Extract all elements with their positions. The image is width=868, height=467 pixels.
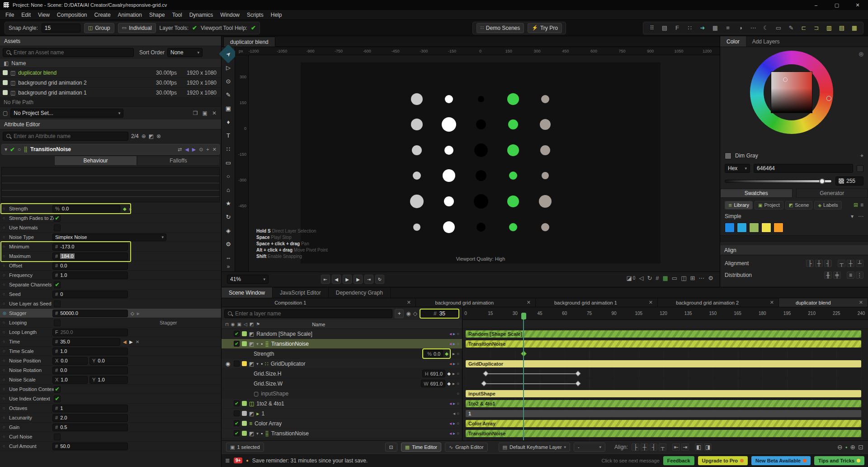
play-button[interactable]: ▶ [343, 275, 352, 284]
menu-view[interactable]: View [34, 12, 53, 18]
attr-row-noise-type[interactable]: ○Noise TypeSimplex Noise▾ [0, 233, 221, 242]
source-project[interactable]: ▣Project [755, 201, 783, 210]
close-tab-icon[interactable]: ✕ [770, 300, 774, 305]
zoom-level-dropdown[interactable]: 41%▾ [227, 275, 269, 284]
menu-file[interactable]: File [2, 12, 18, 18]
keyframe-indicator-icon[interactable]: ○ [3, 320, 9, 325]
pen-tool[interactable]: ♦ [222, 115, 235, 129]
solo-icon[interactable]: ▣ [237, 322, 241, 327]
emitter-tool[interactable]: ◈ [222, 224, 235, 237]
value-box[interactable]: H691.0 [422, 370, 445, 377]
keyframe-indicator-icon[interactable]: ○ [3, 225, 9, 230]
checkbox-use-position-context[interactable]: ✔ [54, 386, 61, 393]
rows-icon[interactable]: ▤ [837, 24, 847, 33]
menu-dynamics[interactable]: Dynamics [186, 12, 217, 18]
export-arrow-icon[interactable]: ➜ [698, 24, 708, 33]
field-noise-scale-x[interactable]: X1.0 [52, 376, 88, 384]
auto-keyframe-icon[interactable]: ◉ [406, 310, 410, 317]
snap-angle-input[interactable]: 15 [42, 24, 80, 33]
attr-row-time-scale[interactable]: ○Time Scale#1.0 [0, 347, 221, 356]
field-noise-rotation[interactable]: #0.0 [52, 367, 128, 374]
attr-row-time[interactable]: ○Time#35.0◀▶✕ [0, 337, 221, 347]
keyframe-indicator-icon[interactable]: ○ [3, 434, 9, 439]
console-icon[interactable]: ≣ [225, 457, 230, 464]
tool-settings[interactable]: ⚙ [222, 237, 235, 251]
more-tools-button[interactable]: » [222, 263, 235, 270]
graph-editor-button[interactable]: ∿Graph Editor [445, 443, 488, 452]
keyframe-diamond[interactable] [483, 371, 489, 376]
tab-falloffs[interactable]: Falloffs [137, 156, 220, 166]
next-key-icon[interactable]: ▸ [453, 371, 455, 376]
audio-icon[interactable]: ◁ [639, 275, 643, 281]
viewport-tool-help-check-icon[interactable]: ✔ [251, 24, 256, 31]
key-align-playhead-icon[interactable]: ┬ [659, 443, 666, 451]
collapse-icon[interactable]: ▾ [5, 146, 7, 152]
grid-view-icon[interactable]: ⊞ [854, 202, 858, 208]
attr-row-strength[interactable]: ○Strength%0.0◆▹ [0, 204, 221, 214]
zoom-filter-icon[interactable]: ⊕ [142, 133, 146, 139]
keyframe-indicator-icon[interactable]: ○ [3, 244, 9, 249]
asset-row-duplicator-blend[interactable]: ◫duplicator blend30.00fps1920 x 1080 [0, 68, 221, 78]
alpha-slider[interactable] [725, 180, 832, 183]
attr-row-looping[interactable]: ○LoopingStagger [0, 318, 221, 328]
keyframe-indicator-icon[interactable]: ○ [3, 368, 9, 372]
previous-frame-button[interactable]: ◀ [332, 275, 341, 284]
keyframe-indicator-icon[interactable]: ○ [3, 301, 9, 306]
keyframe-diamond[interactable] [575, 381, 581, 386]
output-connection-icon[interactable]: ▸ [453, 331, 455, 336]
pin-icon[interactable]: ⊙ [199, 147, 203, 152]
comp-tab-background-grid-animation-2[interactable]: background grid animation 2✕ [658, 298, 779, 307]
connection-circle-icon[interactable]: ○ [457, 411, 459, 416]
align-right-icon[interactable]: ⊐ [811, 24, 821, 33]
star-tool[interactable]: ★ [222, 196, 235, 210]
menu-window[interactable]: Window [217, 12, 243, 18]
layer-search-input[interactable]: Enter a layer name [224, 309, 392, 318]
key-shift-left-icon[interactable]: ⇤ [672, 443, 680, 451]
checkbox-looping[interactable] [54, 319, 61, 326]
tab-swatches[interactable]: Swatches [720, 189, 793, 198]
refresh-icon[interactable]: ↻ [647, 275, 652, 281]
color-swatch-4[interactable] [774, 223, 783, 233]
track-bar-transitionnoise[interactable]: TransitionNoise [466, 340, 861, 348]
layer-checkbox[interactable]: ✔ [234, 420, 240, 426]
color-swatch-3[interactable] [761, 223, 771, 233]
close-tab-icon[interactable]: ✕ [649, 300, 653, 305]
columns-icon[interactable]: ▥ [824, 24, 834, 33]
next-node-icon[interactable]: ▶ [192, 147, 196, 152]
color-wheel[interactable] [750, 51, 833, 134]
layer-row-grid-size-h[interactable]: Grid.Size.HH691.0◆▸○ [222, 369, 462, 379]
align-left-icon[interactable]: ├ [806, 260, 814, 267]
attr-row-use-normals[interactable]: ○Use Normals [0, 223, 221, 233]
field-stagger[interactable]: #50000.0 [52, 310, 128, 317]
checkbox-use-normals[interactable] [54, 224, 61, 231]
next-key-icon[interactable]: ▸ [453, 381, 455, 386]
color-swatch-1[interactable] [737, 223, 747, 233]
keyframe-indicator-icon[interactable]: ○ [3, 339, 9, 344]
list-view-icon[interactable]: ≡ [860, 202, 863, 208]
field-noise-position-x[interactable]: X0.0 [52, 357, 88, 365]
keyframe-indicator-icon[interactable]: ◎ [3, 311, 9, 315]
attr-row-frequency[interactable]: ○Frequency#1.0 [0, 271, 221, 280]
keyframe-diamond[interactable] [575, 371, 581, 376]
more-options-icon[interactable]: ⋯ [858, 213, 863, 219]
layer-row-gridduplicator[interactable]: ◉◩▾●∷GridDuplicator◂▸○ [222, 359, 462, 369]
time-editor-button[interactable]: ▦Time Editor [401, 443, 441, 452]
field-maximum[interactable]: #184.0 [52, 253, 128, 260]
layer-row-transitionnoise[interactable]: ✔◩▾●⣿TransitionNoise◂▸○ [222, 339, 462, 349]
keyframe-indicator-icon[interactable]: ○ [3, 415, 9, 420]
rotate-tool[interactable]: ↻ [222, 210, 235, 224]
attr-row-curl-amount[interactable]: ○Curl Amount#50.0 [0, 442, 221, 451]
field-gain[interactable]: #0.5 [52, 424, 128, 431]
key-mirror-icon[interactable]: ◧ [695, 443, 703, 451]
layer-row-grid-size-w[interactable]: Grid.Size.WW691.0◆▸○ [222, 379, 462, 389]
connection-circle-icon[interactable]: ○ [457, 401, 459, 406]
color-swatch-2[interactable] [749, 223, 759, 233]
attr-row-loop-length[interactable]: ○Loop LengthF250.0 [0, 328, 221, 337]
rectangle-tool[interactable]: ▭ [222, 156, 235, 169]
keyframe-indicator-icon[interactable]: ○ [3, 406, 9, 410]
track-bar-random-shape-scale[interactable]: Random [Shape Scale] [466, 330, 861, 338]
attr-row-lacunarity[interactable]: ○Lacunarity#2.0 [0, 413, 221, 423]
attr-row-strength-fades-to-zero[interactable]: ○Strength Fades to Zero✔ [0, 214, 221, 223]
viewport-settings-icon[interactable]: ⚙ [708, 275, 713, 281]
minimize-button[interactable]: – [806, 0, 826, 10]
